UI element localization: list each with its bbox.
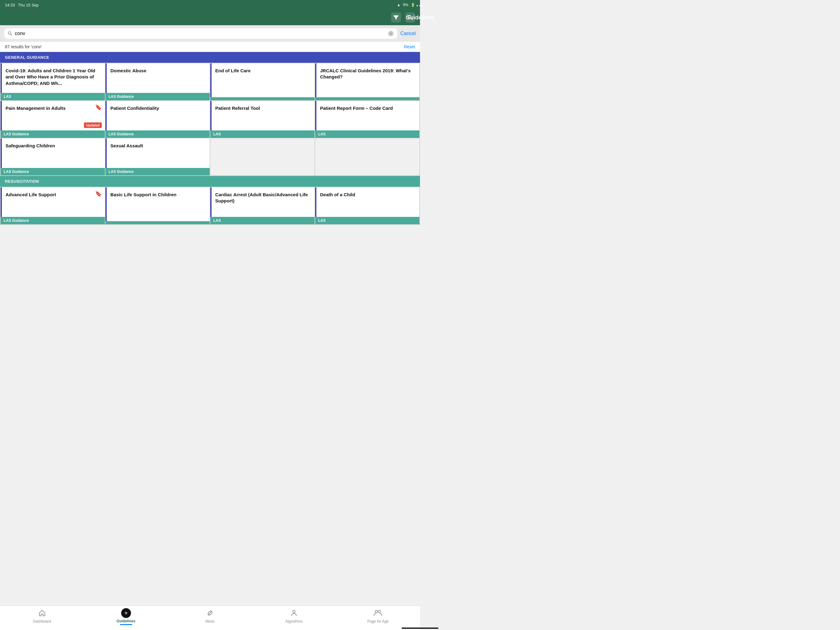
card-tag: LAS: [315, 130, 419, 138]
card-tag: LAS: [1, 93, 105, 100]
card-patient-report-form[interactable]: Patient Report Form – Code Card LAS: [315, 101, 419, 138]
card-tag: LAS Guidance: [106, 130, 210, 138]
search-clear-button[interactable]: ✕: [388, 31, 393, 36]
card-sexual-assault[interactable]: Sexual Assault LAS Guidance: [106, 138, 210, 175]
card-title: Basic Life Support in Children: [111, 192, 206, 198]
card-empty-1: [210, 138, 314, 175]
card-title: Domestic Abuse: [111, 68, 206, 74]
bookmark-icon: 🔖: [95, 104, 102, 111]
card-safeguarding-children[interactable]: Safeguarding Children LAS Guidance: [1, 138, 105, 175]
updated-badge: Updated: [84, 122, 102, 128]
resuscitation-cards-grid: Advanced Life Support 🔖 LAS Guidance Bas…: [0, 187, 420, 225]
results-count: 87 results for 'conv': [5, 44, 42, 49]
section-header-general: GENERAL GUIDANCE: [0, 52, 420, 63]
card-title: End of Life Care: [215, 68, 311, 74]
search-input[interactable]: [15, 31, 385, 36]
card-end-of-life[interactable]: End of Life Care: [210, 63, 314, 100]
svg-point-2: [8, 32, 11, 35]
card-title: Covid-19: Adults and Children 1 Year Old…: [6, 68, 101, 86]
card-title: Patient Confidentiality: [111, 105, 206, 111]
search-input-wrapper: ✕: [4, 28, 397, 39]
bookmark-icon: 🔖: [95, 190, 102, 197]
card-tag: [315, 97, 419, 100]
card-title: Cardiac Arrest (Adult Basic/Advanced Lif…: [215, 192, 311, 204]
header: Guidelines: [0, 10, 420, 25]
reset-button[interactable]: Reset: [404, 44, 415, 49]
card-tag: LAS Guidance: [106, 168, 210, 175]
card-tag: LAS: [210, 130, 314, 138]
page-title: Guidelines: [406, 14, 420, 21]
filter-icon[interactable]: [391, 13, 401, 22]
cancel-button[interactable]: Cancel: [400, 31, 416, 36]
card-title: JRCALC Clinical Guidelines 2019: What's …: [320, 68, 416, 80]
card-title: Advanced Life Support: [6, 192, 101, 198]
search-container: ✕ Cancel: [0, 25, 420, 42]
svg-line-3: [11, 34, 12, 35]
card-title: Sexual Assault: [111, 143, 206, 149]
card-title: Patient Report Form – Code Card: [320, 105, 416, 111]
battery-icon: 🔋: [411, 3, 415, 7]
card-death-of-child[interactable]: Death of a Child LAS: [315, 187, 419, 224]
card-advanced-life-support[interactable]: Advanced Life Support 🔖 LAS Guidance: [1, 187, 105, 224]
card-tag: LAS Guidance: [106, 93, 210, 100]
general-cards-grid: Covid-19: Adults and Children 1 Year Old…: [0, 63, 420, 176]
card-jrcalc[interactable]: JRCALC Clinical Guidelines 2019: What's …: [315, 63, 419, 100]
card-tag: LAS: [210, 217, 314, 224]
status-bar: 14:33 Thu 15 Sep ▲ 9% 🔋: [0, 0, 420, 10]
main-content: ✕ Cancel 87 results for 'conv' Reset GEN…: [0, 25, 420, 250]
results-bar: 87 results for 'conv' Reset: [0, 42, 420, 52]
card-tag: LAS Guidance: [1, 130, 105, 138]
section-header-resuscitation: RESUSCITATION: [0, 176, 420, 187]
card-tag: LAS: [315, 217, 419, 224]
card-cardiac-arrest[interactable]: Cardiac Arrest (Adult Basic/Advanced Lif…: [210, 187, 314, 224]
card-title: Pain Management in Adults: [6, 105, 101, 111]
card-title: Patient Referral Tool: [215, 105, 311, 111]
card-tag: LAS Guidance: [1, 217, 105, 224]
card-title: Death of a Child: [320, 192, 416, 198]
header-dots: [417, 5, 420, 6]
card-basic-life-support-children[interactable]: Basic Life Support in Children: [106, 187, 210, 224]
card-empty-2: [315, 138, 419, 175]
date: Thu 15 Sep: [18, 3, 39, 7]
search-icon-input: [8, 32, 12, 36]
card-patient-confidentiality[interactable]: Patient Confidentiality LAS Guidance: [106, 101, 210, 138]
battery-text: 9%: [403, 3, 408, 7]
card-domestic-abuse[interactable]: Domestic Abuse LAS Guidance: [106, 63, 210, 100]
time: 14:33: [5, 3, 15, 7]
card-pain-management[interactable]: Pain Management in Adults 🔖 Updated LAS …: [1, 101, 105, 138]
card-patient-referral[interactable]: Patient Referral Tool LAS: [210, 101, 314, 138]
status-right: ▲ 9% 🔋: [397, 3, 415, 7]
card-tag: LAS Guidance: [1, 168, 105, 175]
card-tag: [106, 221, 210, 224]
card-covid[interactable]: Covid-19: Adults and Children 1 Year Old…: [1, 63, 105, 100]
wifi-icon: ▲: [397, 3, 401, 7]
card-title: Safeguarding Children: [6, 143, 101, 149]
card-tag: [210, 97, 314, 100]
status-left: 14:33 Thu 15 Sep: [5, 3, 39, 7]
